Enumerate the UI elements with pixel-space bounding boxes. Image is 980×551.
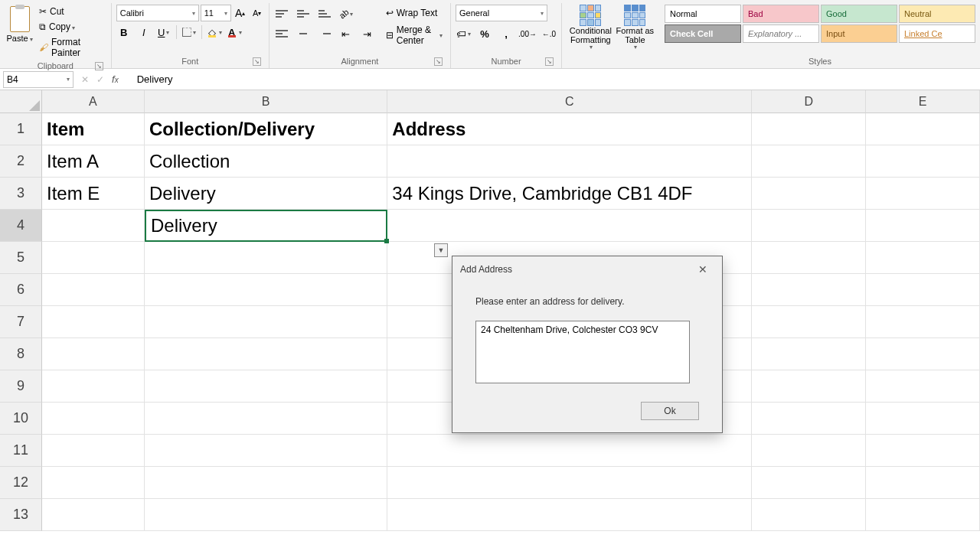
row-header-3[interactable]: 3 [0, 178, 42, 210]
cell-C13[interactable] [387, 499, 752, 531]
percent-button[interactable]: % [477, 26, 492, 41]
wrap-text-button[interactable]: ↩ Wrap Text [383, 6, 446, 20]
cell-D5[interactable] [752, 242, 866, 274]
address-input[interactable] [475, 321, 690, 383]
style-explanatory[interactable]: Explanatory ... [743, 24, 819, 43]
cell-D1[interactable] [752, 113, 866, 145]
cell-C4[interactable] [387, 210, 752, 242]
align-left-button[interactable] [274, 26, 289, 41]
decrease-indent-button[interactable]: ⇤ [338, 26, 354, 41]
col-header-A[interactable]: A [42, 90, 145, 113]
cell-E7[interactable] [866, 306, 980, 338]
cell-validation-dropdown[interactable]: ▼ [434, 243, 448, 257]
cell-A7[interactable] [42, 306, 145, 338]
dialog-close-button[interactable]: ✕ [690, 261, 716, 278]
row-header-12[interactable]: 12 [0, 467, 42, 499]
cell-D7[interactable] [752, 306, 866, 338]
cell-E9[interactable] [866, 370, 980, 403]
cell-E6[interactable] [866, 274, 980, 306]
cell-A3[interactable]: Item E [42, 178, 145, 210]
grow-font-button[interactable]: A▴ [233, 5, 248, 21]
font-color-button[interactable]: A [227, 24, 242, 40]
cell-E11[interactable] [866, 435, 980, 467]
orientation-button[interactable]: ab [338, 6, 354, 21]
fill-color-button[interactable]: ◇ [207, 24, 222, 40]
align-middle-button[interactable] [296, 6, 311, 21]
paste-button[interactable]: Paste [5, 3, 34, 44]
col-header-B[interactable]: B [145, 90, 387, 113]
cell-C11[interactable] [387, 435, 752, 467]
col-header-C[interactable]: C [387, 90, 752, 113]
format-painter-button[interactable]: 🖌 Format Painter [36, 35, 106, 60]
number-launcher[interactable]: ↘ [545, 57, 554, 66]
cell-A1[interactable]: Item [42, 113, 145, 145]
accounting-format-button[interactable]: 🏷 [456, 26, 471, 41]
cell-B10[interactable] [145, 403, 387, 435]
cell-D13[interactable] [752, 499, 866, 531]
alignment-launcher[interactable]: ↘ [434, 57, 443, 66]
number-format-combo[interactable]: General▾ [456, 5, 547, 21]
conditional-formatting-button[interactable]: Conditional Formatting [567, 3, 615, 51]
ok-button[interactable]: Ok [641, 402, 699, 420]
cell-A2[interactable]: Item A [42, 145, 145, 178]
cell-E3[interactable] [866, 178, 980, 210]
row-header-2[interactable]: 2 [0, 145, 42, 178]
cell-B1[interactable]: Collection/Delivery [145, 113, 387, 145]
cell-A8[interactable] [42, 338, 145, 370]
align-right-button[interactable] [317, 26, 332, 41]
cell-D10[interactable] [752, 403, 866, 435]
row-header-4[interactable]: 4 [0, 210, 42, 242]
cell-D12[interactable] [752, 467, 866, 499]
cell-B13[interactable] [145, 499, 387, 531]
formula-input[interactable]: Delivery [134, 73, 980, 85]
cell-B9[interactable] [145, 370, 387, 403]
cell-B4[interactable]: Delivery [145, 210, 387, 242]
cell-B11[interactable] [145, 435, 387, 467]
row-header-9[interactable]: 9 [0, 370, 42, 403]
row-header-5[interactable]: 5 [0, 242, 42, 274]
row-header-11[interactable]: 11 [0, 435, 42, 467]
row-header-6[interactable]: 6 [0, 274, 42, 306]
cell-B7[interactable] [145, 306, 387, 338]
cell-A5[interactable] [42, 242, 145, 274]
style-bad[interactable]: Bad [743, 5, 819, 23]
name-box[interactable]: B4▾ [3, 71, 74, 88]
cell-D11[interactable] [752, 435, 866, 467]
cell-C12[interactable] [387, 467, 752, 499]
align-top-button[interactable] [274, 6, 289, 21]
cell-D9[interactable] [752, 370, 866, 403]
select-all-corner[interactable] [0, 90, 42, 113]
cell-D6[interactable] [752, 274, 866, 306]
row-header-13[interactable]: 13 [0, 499, 42, 531]
increase-decimal-button[interactable]: .00→ [520, 26, 535, 41]
cell-B6[interactable] [145, 274, 387, 306]
decrease-decimal-button[interactable]: ←.0 [541, 26, 557, 41]
cell-E5[interactable] [866, 242, 980, 274]
cell-A6[interactable] [42, 274, 145, 306]
enter-formula-button[interactable]: ✓ [96, 74, 104, 85]
cell-E8[interactable] [866, 338, 980, 370]
cell-D3[interactable] [752, 178, 866, 210]
style-neutral[interactable]: Neutral [899, 5, 975, 23]
cell-E1[interactable] [866, 113, 980, 145]
comma-button[interactable]: , [498, 26, 514, 41]
cancel-formula-button[interactable]: ✕ [81, 74, 89, 85]
cell-A11[interactable] [42, 435, 145, 467]
cell-D4[interactable] [752, 210, 866, 242]
row-header-7[interactable]: 7 [0, 306, 42, 338]
cell-E12[interactable] [866, 467, 980, 499]
style-input[interactable]: Input [821, 24, 897, 43]
col-header-E[interactable]: E [866, 90, 980, 113]
underline-button[interactable]: U [156, 24, 172, 40]
cell-C1[interactable]: Address [387, 113, 752, 145]
merge-center-button[interactable]: ⊟ Merge & Center [383, 23, 446, 47]
col-header-D[interactable]: D [752, 90, 866, 113]
cell-C3[interactable]: 34 Kings Drive, Cambridge CB1 4DF [387, 178, 752, 210]
style-good[interactable]: Good [821, 5, 897, 23]
row-header-1[interactable]: 1 [0, 113, 42, 145]
cell-E10[interactable] [866, 403, 980, 435]
cell-B8[interactable] [145, 338, 387, 370]
clipboard-launcher[interactable]: ↘ [95, 62, 103, 70]
cell-D2[interactable] [752, 145, 866, 178]
cell-A13[interactable] [42, 499, 145, 531]
